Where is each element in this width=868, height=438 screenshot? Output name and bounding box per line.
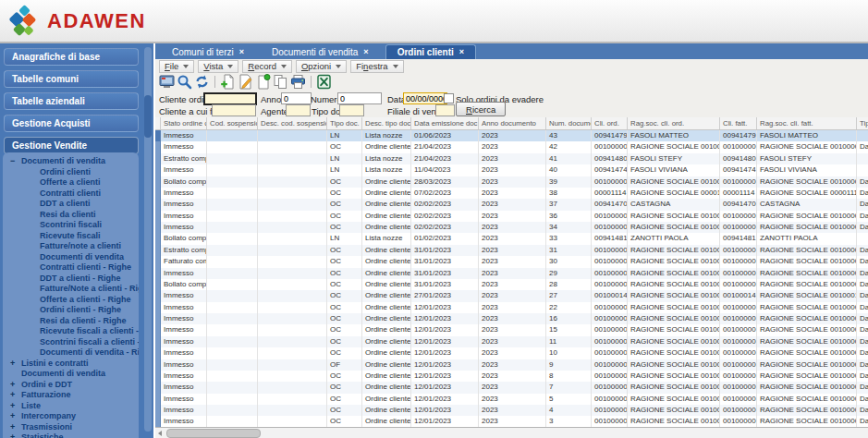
tree-leaf-ricevute-fiscali[interactable]: Ricevute fiscali bbox=[3, 231, 139, 242]
tree-leaf-contratti-clienti[interactable]: Contratti clienti bbox=[3, 189, 139, 200]
menu-vista[interactable]: Vista bbox=[198, 60, 238, 73]
tree-node-ordini-e-ddt[interactable]: +Ordini e DDT bbox=[3, 380, 139, 391]
ricerca-button[interactable]: Ricerca bbox=[456, 102, 506, 116]
data-input[interactable] bbox=[403, 92, 447, 104]
expand-icon[interactable]: + bbox=[3, 359, 21, 370]
tree-node-intercompany[interactable]: +Intercompany bbox=[3, 411, 139, 422]
refresh-icon[interactable] bbox=[194, 74, 210, 90]
column-header-desc-cod-sospensione[interactable]: Desc. cod. sospensione bbox=[258, 117, 327, 129]
tree-node-statistiche[interactable]: +Statistiche bbox=[3, 432, 139, 438]
tree-node-liste[interactable]: +Liste bbox=[3, 401, 139, 412]
table-row[interactable]: ImmessoOCOrdine cliente12/01/20232023700… bbox=[155, 382, 868, 393]
table-row[interactable]: ImmessoOCOrdine cliente12/01/20232023220… bbox=[155, 302, 868, 313]
tree-leaf-ordini-clienti-righe[interactable]: Ordini clienti - Righe bbox=[3, 305, 139, 316]
table-row[interactable]: Bollato completameLNLista nozze01/02/202… bbox=[155, 233, 868, 244]
expand-icon[interactable]: + bbox=[3, 411, 21, 422]
column-header-cod-sospensione[interactable]: Cod. sospensione bbox=[207, 117, 258, 129]
sidebar-scrollbar[interactable] bbox=[144, 47, 152, 432]
table-row[interactable]: ImmessoLNLista nozze11/04/20232023400094… bbox=[155, 164, 868, 176]
new-record-icon[interactable] bbox=[220, 74, 236, 90]
filiale-input[interactable] bbox=[435, 104, 455, 116]
table-row[interactable]: ImmessoOCOrdine cliente12/01/20232023500… bbox=[155, 394, 868, 405]
copy-record-icon[interactable] bbox=[273, 74, 288, 90]
table-row[interactable]: Fatturato completamOCOrdine cliente31/01… bbox=[155, 256, 868, 267]
scroll-left-arrow-icon[interactable] bbox=[158, 431, 162, 436]
view-record-icon[interactable] bbox=[255, 74, 271, 90]
menu-finestra[interactable]: Finestra bbox=[350, 60, 403, 73]
table-row[interactable]: ImmessoOCOrdine cliente02/02/20232023360… bbox=[155, 211, 868, 222]
table-row[interactable]: ImmessoOCOrdine cliente31/01/20232023290… bbox=[155, 268, 868, 279]
tree-leaf-documenti-di-vendita-righe[interactable]: Documenti di vendita - Righe bbox=[3, 347, 139, 359]
table-row[interactable]: ImmessoOCOrdine cliente02/02/20232023340… bbox=[155, 222, 868, 233]
table-row[interactable]: ImmessoOCOrdine cliente12/01/20232023400… bbox=[155, 405, 868, 416]
tree-node-listini-e-contratti[interactable]: +Listini e contratti bbox=[3, 359, 139, 370]
table-row[interactable]: Bollato completameOCOrdine cliente28/03/… bbox=[155, 176, 868, 188]
tree-leaf-offerte-a-clienti-righe[interactable]: Offerte a clienti - Righe bbox=[3, 295, 139, 306]
table-row[interactable]: Bollato completameOCOrdine cliente31/01/… bbox=[155, 279, 868, 290]
sidebar-item-gestione-acquisti[interactable]: Gestione Acquisti bbox=[4, 115, 139, 132]
column-header-anno-documento[interactable]: Anno documento bbox=[479, 117, 546, 129]
column-header-rag-soc-cli-ord[interactable]: Rag.soc. cli. ord. bbox=[628, 117, 720, 129]
tab-close-icon[interactable]: × bbox=[363, 45, 368, 59]
sidebar-scrollbar-thumb[interactable] bbox=[144, 95, 152, 138]
numero-input[interactable] bbox=[337, 92, 382, 104]
tab-close-icon[interactable]: × bbox=[239, 45, 244, 59]
table-row[interactable]: ImmessoOCOrdine cliente12/01/20232023800… bbox=[155, 371, 868, 382]
table-row[interactable]: ImmessoOCOrdine cliente12/01/20232023110… bbox=[155, 336, 868, 347]
tipo-doc-input[interactable] bbox=[339, 104, 364, 116]
cliente-ordinante-input[interactable] bbox=[203, 92, 257, 105]
table-row[interactable]: ImmessoOCOrdine cliente12/01/20232023150… bbox=[155, 324, 868, 335]
tree-node-documenti-di-vendita[interactable]: −Documenti di vendita bbox=[3, 156, 139, 167]
column-header-rag-soc-cli-fatt[interactable]: Rag.soc. cli. fatt. bbox=[757, 117, 857, 129]
table-row[interactable]: ImmessoOCOrdine cliente27/01/20232023270… bbox=[155, 290, 868, 301]
table-row[interactable]: ImmessoOCOrdine cliente12/01/20232023160… bbox=[155, 313, 868, 324]
cliente-fatturare-input[interactable] bbox=[212, 104, 256, 116]
tree-leaf-scontrini-fiscali[interactable]: Scontrini fiscali bbox=[3, 220, 139, 231]
column-header-desc-tipo-doc[interactable]: Desc. tipo doc. bbox=[362, 117, 411, 129]
table-row[interactable]: ImmessoOCOrdine cliente12/01/20232023300… bbox=[155, 416, 868, 427]
sidebar-item-tabelle-aziendali[interactable]: Tabelle aziendali bbox=[4, 92, 139, 110]
tree-leaf-ordini-clienti[interactable]: Ordini clienti bbox=[3, 167, 139, 178]
tab-ordini-clienti[interactable]: Ordini clienti× bbox=[385, 44, 476, 59]
column-header-num-documento[interactable]: Num. documento bbox=[546, 117, 592, 129]
tree-node-fatturazione[interactable]: +Fatturazione bbox=[3, 390, 139, 401]
tree-leaf-fatture-note-a-clienti-righe[interactable]: Fatture/Note a clienti - Righe bbox=[3, 284, 139, 295]
export-excel-icon[interactable] bbox=[316, 74, 332, 90]
tree-leaf-documenti-di-vendita[interactable]: Documenti di vendita bbox=[3, 252, 139, 263]
column-header-cli-ord[interactable]: Cli. ord. bbox=[592, 117, 628, 129]
table-row[interactable]: ImmessoOCOrdine cliente21/04/20232023420… bbox=[155, 141, 868, 152]
table-row[interactable]: Estratto completameOCOrdine cliente31/01… bbox=[155, 245, 868, 256]
tree-leaf-offerte-a-clienti[interactable]: Offerte a clienti bbox=[3, 177, 139, 189]
expand-icon[interactable]: + bbox=[3, 422, 21, 433]
grid-horizontal-scrollbar[interactable] bbox=[155, 427, 868, 438]
column-header-data-emissione-doc[interactable]: Data emissione doc. bbox=[411, 117, 479, 129]
tree-leaf-ddt-a-clienti-righe[interactable]: DDT a clienti - Righe bbox=[3, 274, 139, 285]
menu-opzioni[interactable]: Opzioni bbox=[296, 60, 347, 73]
sidebar-item-anagrafiche-di-base[interactable]: Anagrafiche di base bbox=[4, 48, 139, 66]
tree-leaf-ddt-a-clienti[interactable]: DDT a clienti bbox=[3, 199, 139, 210]
column-header-stato-ordine-cliente[interactable]: Stato ordine cliente bbox=[161, 117, 207, 129]
column-header-cli-fatt[interactable]: Cli. fatt. bbox=[720, 117, 757, 129]
agente-input[interactable] bbox=[286, 104, 311, 116]
table-row[interactable]: ImmessoLNLista nozze01/06/20232023430094… bbox=[155, 130, 868, 141]
column-header-tip[interactable]: Tip bbox=[857, 117, 868, 129]
tab-close-icon[interactable]: × bbox=[459, 45, 464, 59]
print-icon[interactable] bbox=[290, 74, 306, 90]
tab-comuni-di-terzi[interactable]: Comuni di terzi× bbox=[161, 45, 255, 59]
tree-leaf-resi-da-clienti-righe[interactable]: Resi da clienti - Righe bbox=[3, 316, 139, 327]
expand-icon[interactable]: + bbox=[3, 380, 21, 391]
tree-leaf-ricevute-fiscali-a-clienti-righe[interactable]: Ricevute fiscali a clienti - Righe bbox=[3, 326, 139, 337]
tree-leaf-fatture-note-a-clienti[interactable]: Fatture/note a clienti bbox=[3, 241, 139, 252]
table-row[interactable]: ImmessoOCOrdine cliente02/02/20232023370… bbox=[155, 199, 868, 210]
anno-input[interactable] bbox=[281, 92, 312, 104]
solo-ordini-checkbox[interactable] bbox=[444, 93, 454, 103]
collapse-icon[interactable]: − bbox=[3, 156, 21, 167]
expand-icon[interactable]: + bbox=[3, 432, 21, 438]
column-header-tipo-doc[interactable]: Tipo doc. bbox=[327, 117, 362, 129]
tree-node-trasmissioni[interactable]: +Trasmissioni bbox=[3, 422, 139, 433]
menu-file[interactable]: File bbox=[159, 60, 194, 73]
expand-icon[interactable]: + bbox=[3, 401, 21, 412]
table-row[interactable]: ImmessoOCOrdine cliente07/02/20232023380… bbox=[155, 188, 868, 199]
table-row[interactable]: Estratto completameLNLista nozze21/04/20… bbox=[155, 153, 868, 164]
table-row[interactable]: ImmessoOFOrdine cliente12/01/20232023900… bbox=[155, 359, 868, 371]
